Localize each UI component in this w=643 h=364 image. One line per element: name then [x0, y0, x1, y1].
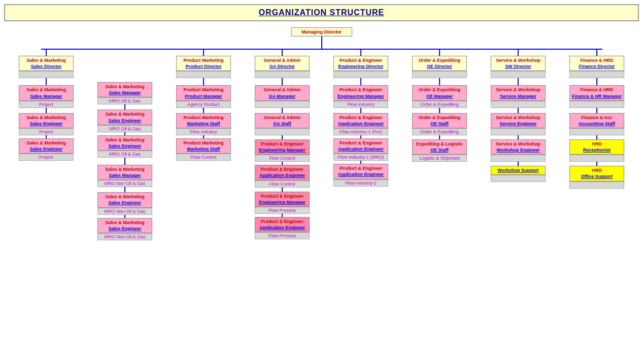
pe-dir-box: Product & Engineer Engineering Director — [333, 56, 388, 71]
branch-sales-mktg: Sales & Marketing Sales Director Sales &… — [10, 49, 83, 161]
sm-non-mro-note: MRO Non Oil & Gas — [97, 180, 152, 187]
sw-dir-box: Service & Workshop SW Director — [491, 56, 546, 71]
h-bar-l2 — [41, 49, 602, 50]
pm-staff1-box: Product Marketing Marketing Staff — [176, 113, 231, 128]
pm-staff1-note: Flow Industry — [176, 128, 231, 135]
b1-v3 — [46, 108, 47, 113]
branch-product-mktg: Product Marketing Product Director Produ… — [167, 49, 241, 161]
md-dept: Managing Director — [293, 29, 350, 35]
branches-row: Sales & Marketing Sales Director Sales &… — [10, 49, 634, 240]
pe-mgr-box: Product & Engineer Engineering Manager — [333, 85, 388, 100]
ga-staff-box: General & Admin GA Staff — [255, 113, 310, 128]
org-chart: Managing Director Sales & Marketing Sale… — [5, 23, 639, 248]
branch-order-exp: Order & Expediting OE Director Order & E… — [403, 49, 477, 162]
pm-staff2-box: Product Marketing Marketing Staff — [176, 138, 231, 154]
branch-sales-mro: Sales & Marketing Sales Manager MRO Oil … — [88, 49, 162, 240]
se-mro1-box: Sales & Marketing Sales Engineer — [97, 110, 152, 125]
ws-eng-box: Service & Workshop Workshop Engineer — [491, 139, 546, 155]
ga-dir-box: General & Admin GA Director — [255, 56, 310, 71]
level-1: Managing Director — [5, 27, 639, 49]
branch-finance-hrd: Finance & HRD Finance Director Finance &… — [560, 49, 634, 188]
pe-ae3-box: Product & Engineer Application Engineer — [333, 164, 388, 179]
se-project1-note: Project — [19, 128, 74, 135]
managing-director-box: Managing Director — [291, 27, 352, 37]
fin-dir-box: Finance & HRD Finance Director — [569, 56, 624, 71]
sm-non-mro-box: Sales & Marketing Sales Manager — [97, 165, 152, 180]
se-project2-note: Project — [19, 154, 74, 161]
title-bar: ORGANIZATION STRUCTURE — [4, 4, 639, 21]
page-title: ORGANIZATION STRUCTURE — [5, 8, 638, 17]
ws-support-box: Workshop Support — [491, 166, 546, 175]
pe-ae-fp-box: Product & Engineer Application Engineer — [255, 217, 310, 232]
pe-em-fc-box: Product & Engineer Engineering Manager — [255, 139, 310, 155]
sw-eng-box: Service & Workshop Service Engineer — [491, 113, 546, 128]
se-non-mro1-note: MRO Non Oil & Gas — [97, 208, 152, 215]
acc-staff-box: Finance & Acc Accounting Staff — [569, 113, 624, 128]
pm-mgr-note: Agency Product — [176, 101, 231, 108]
pm-staff2-note: Flow Control — [176, 154, 231, 161]
se-mro1-note: MRO Oil & Gas — [97, 125, 152, 132]
pe-ae-fc-box: Product & Engineer Application Engineer — [255, 165, 310, 180]
se-mro2-box: Sales & Marketing Sales Engineer — [97, 135, 152, 151]
pm-mgr-box: Product Marketing Product Manager — [176, 85, 231, 100]
hrd-office-box: HRD Office Support — [569, 166, 624, 181]
se-mro2-note: MRO Oil & Gas — [97, 151, 152, 158]
ga-mgr-box: General & Admin GA Manager — [255, 85, 310, 100]
md-connector-v — [321, 37, 322, 49]
l2-row-container: Sales & Marketing Sales Director Sales &… — [5, 49, 639, 240]
sm-project-box: Sales & Marketing Sales Manager — [19, 85, 74, 100]
sales-dir-note — [19, 71, 74, 78]
fin-mgr-box: Finance & HRD Finance & HR Manager — [569, 85, 624, 100]
oe-dir-box: Order & Expediting OE Director — [412, 56, 467, 71]
chart-container: ORGANIZATION STRUCTURE Managing Director… — [0, 0, 643, 250]
exp-log-box: Expediting & Logistic OE Staff — [412, 139, 467, 155]
se-non-mro2-note: MRO Non Oil & Gas — [97, 233, 152, 240]
se-project1-box: Sales & Marketing Sales Engineer — [19, 113, 74, 128]
b1-v1 — [46, 49, 47, 56]
pm-dir-note — [176, 71, 231, 78]
se-project2-box: Sales & Marketing Sales Engineer — [19, 138, 74, 154]
branch-prod-eng: Product & Engineer Engineering Director … — [324, 49, 398, 186]
sw-mgr-box: Service & Workshop Service Manager — [491, 85, 546, 100]
sales-dir-box: Sales & Marketing Sales Director — [19, 56, 74, 71]
se-non-mro2-box: Sales & Marketing Sales Engineer — [97, 218, 152, 233]
pe-ae2-box: Product & Engineer Application Engineer — [333, 138, 388, 154]
pe-em-fp-box: Product & Engineer Engineering Manager — [255, 192, 310, 207]
oe-mgr-box: Order & Expediting OE Manager — [412, 85, 467, 100]
pe-ae1-box: Product & Engineer Application Engineer — [333, 113, 388, 128]
oe-staff-box: Order & Expediting OE Staff — [412, 113, 467, 128]
pm-dir-box: Product Marketing Product Director — [176, 56, 231, 71]
branch-gen-admin: General & Admin GA Director General & Ad… — [246, 49, 319, 239]
sm-project-note: Project — [19, 101, 74, 108]
sm-mro-note: MRO Oil & Gas — [97, 97, 152, 104]
sm-mro-box: Sales & Marketing Sales Manager — [97, 82, 152, 97]
se-non-mro1-box: Sales & Marketing Sales Engineer — [97, 192, 152, 207]
hrd-recept-box: HRD Receptionist — [569, 139, 624, 155]
b1-v2 — [46, 78, 47, 85]
branch-service-ws: Service & Workshop SW Director Service &… — [482, 49, 555, 182]
